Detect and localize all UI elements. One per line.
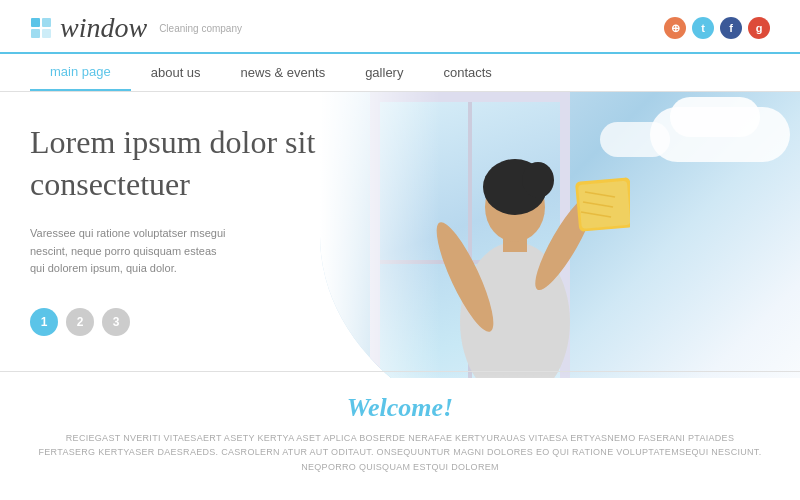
nav-main-page[interactable]: main page: [30, 54, 131, 91]
svg-rect-0: [31, 18, 40, 27]
hero-description: Varessee qui ratione voluptatser msegui …: [30, 225, 230, 278]
pagination-dot-2[interactable]: 2: [66, 308, 94, 336]
welcome-section: Welcome! RECIEGAST NVERITI VITAESAERT AS…: [0, 378, 800, 482]
left-content: Lorem ipsum dolor sit consectetuer Vares…: [30, 122, 360, 336]
welcome-text-1: RECIEGAST NVERITI VITAESAERT ASETY KERTY…: [30, 431, 770, 445]
header: window Cleaning company ⊕ t f g: [0, 0, 800, 52]
cloud-2: [670, 97, 760, 137]
rss-icon: ⊕: [671, 22, 680, 35]
svg-rect-2: [31, 29, 40, 38]
pagination-dot-3[interactable]: 3: [102, 308, 130, 336]
twitter-icon: t: [701, 22, 705, 34]
logo-text: window: [60, 12, 147, 44]
main-content: Lorem ipsum dolor sit consectetuer Vares…: [0, 92, 800, 482]
svg-rect-3: [42, 29, 51, 38]
facebook-button[interactable]: f: [720, 17, 742, 39]
welcome-text-2: FERTASERG KERTYASER DAESRAEDS. CASROLERN…: [30, 445, 770, 474]
svg-point-8: [522, 162, 554, 198]
navigation: main page about us news & events gallery…: [0, 52, 800, 92]
pagination: 1 2 3: [30, 308, 360, 336]
nav-contacts[interactable]: contacts: [423, 55, 511, 90]
hero-title: Lorem ipsum dolor sit consectetuer: [30, 122, 360, 205]
google-icon: g: [756, 22, 763, 34]
logo-icon: [30, 17, 52, 39]
facebook-icon: f: [729, 22, 733, 34]
separator-line: [0, 371, 800, 372]
logo-area: window Cleaning company: [30, 12, 242, 44]
twitter-button[interactable]: t: [692, 17, 714, 39]
nav-news-events[interactable]: news & events: [221, 55, 346, 90]
pagination-dot-1[interactable]: 1: [30, 308, 58, 336]
nav-about-us[interactable]: about us: [131, 55, 221, 90]
rss-button[interactable]: ⊕: [664, 17, 686, 39]
welcome-title: Welcome!: [30, 393, 770, 423]
svg-rect-1: [42, 18, 51, 27]
nav-gallery[interactable]: gallery: [345, 55, 423, 90]
logo-subtitle: Cleaning company: [159, 23, 242, 34]
social-icons: ⊕ t f g: [664, 17, 770, 39]
google-button[interactable]: g: [748, 17, 770, 39]
